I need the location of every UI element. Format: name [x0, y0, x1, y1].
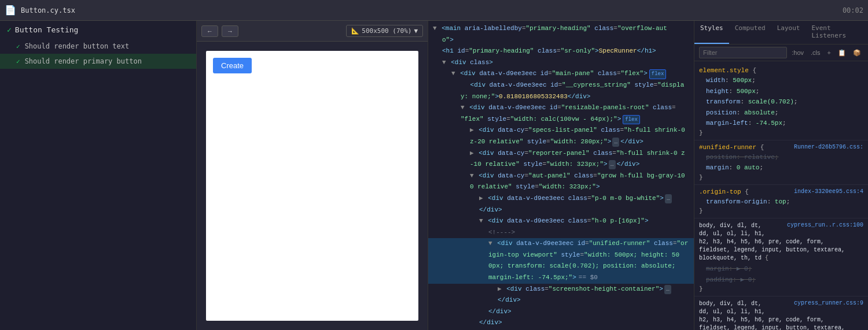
dom-line: <div data-v-d9ee3eec id="__cypress_strin… — [428, 80, 694, 91]
left-panel: ✓ Button Testing ✓ Should render button … — [0, 21, 197, 330]
dom-line: "flex" style="width: calc(100vw - 64px);… — [428, 114, 694, 125]
style-selector: element.style { — [699, 65, 863, 75]
tab-styles[interactable]: Styles — [694, 21, 729, 44]
dom-line: 0 relative" style="width: 323px;"> — [428, 181, 694, 193]
dom-line: </div> — [428, 317, 694, 329]
style-link[interactable]: cypress_run..r.css:100 — [787, 222, 863, 228]
style-link[interactable]: cypress_runner.css:9 — [794, 300, 863, 306]
test-item-2[interactable]: ✓ Should render primary button — [0, 54, 196, 69]
selector-text: element.style { — [699, 67, 756, 74]
dom-line: <div data-v-d9ee3eec class="h-0 p-[16px]… — [428, 216, 694, 227]
style-prop: position: relative; — [699, 152, 863, 163]
style-prop: transform: scale(0.702); — [699, 97, 863, 107]
dom-line: o"> — [428, 35, 694, 46]
filter-hov-button[interactable]: :hov — [789, 48, 806, 57]
size-label: 500x500 (70%) — [362, 27, 411, 35]
style-prop: height: 500px; — [699, 86, 863, 97]
dom-line-highlighted: margin-left: -74.5px;">== $0 — [428, 272, 694, 284]
main-layout: ✓ Button Testing ✓ Should render button … — [0, 21, 868, 330]
dom-line-highlighted: 0px; transform: scale(0.702); position: … — [428, 261, 694, 272]
test-label-1: Should render button text — [25, 42, 130, 50]
dom-line: <div data-cy="specs-list-panel" class="h… — [428, 125, 694, 136]
style-block-unified-runner: Runner-d26b5796.css: #unified-runner { p… — [694, 140, 868, 185]
filter-cls-button[interactable]: .cls — [808, 48, 823, 57]
selector-text: body, div, dl, dt,dd, ul, ol, li, h1,h2,… — [699, 223, 845, 261]
dom-line: </div> — [428, 295, 694, 306]
suite-label: Button Testing — [15, 25, 79, 34]
dom-line: <div data-cy="reporter-panel" class="h-f… — [428, 148, 694, 160]
dom-line: <div data-v-d9ee3eec id="main-pane" clas… — [428, 68, 694, 80]
style-block-body-reset-2: cypress_runner.css:9 body, div, dl, dt,d… — [694, 296, 868, 330]
style-prop: transform-origin: top; — [699, 196, 863, 207]
style-selector: index-3320ee95.css:4 .origin-top { — [699, 186, 863, 196]
filter-copy-button[interactable]: 📋 — [836, 48, 848, 58]
test-check-icon-2: ✓ — [16, 58, 20, 65]
dom-line: <div class> — [428, 57, 694, 69]
style-prop: margin: ▶ 0; — [699, 264, 863, 275]
selector-text: .origin-top { — [699, 188, 749, 195]
style-prop: padding: ▶ 0; — [699, 275, 863, 285]
styles-filter-bar: :hov .cls + 📋 📦 — [694, 45, 868, 61]
style-block-element: element.style { width: 500px; height: 50… — [694, 64, 868, 140]
tab-layout[interactable]: Layout — [771, 21, 806, 44]
suite-header: ✓ Button Testing — [0, 21, 196, 39]
test-label-2: Should render primary button — [25, 57, 142, 65]
style-block-origin-top: index-3320ee95.css:4 .origin-top { trans… — [694, 185, 868, 219]
style-prop: margin-left: -74.5px; — [699, 118, 863, 129]
dom-line: </div> — [428, 306, 694, 318]
file-icon: 📄 — [5, 5, 16, 16]
tab-event-listeners[interactable]: Event Listeners — [806, 21, 868, 44]
preview-toolbar: ← → 📐 500x500 (70%) ▼ — [197, 21, 428, 42]
top-bar: 📄 Button.cy.tsx 00:02 — [0, 0, 868, 21]
style-prop: position: absolute; — [699, 107, 863, 118]
suite-check-icon: ✓ — [7, 25, 12, 34]
file-time: 00:02 — [843, 6, 863, 14]
filter-add-button[interactable]: + — [825, 48, 833, 57]
style-selector: cypress_runner.css:9 body, div, dl, dt,d… — [699, 298, 863, 330]
size-selector[interactable]: 📐 500x500 (70%) ▼ — [346, 25, 423, 37]
dom-content: <main aria-labelledby="primary-heading" … — [428, 21, 694, 330]
ruler-icon: 📐 — [351, 27, 359, 35]
styles-filter-input[interactable] — [699, 47, 787, 58]
style-link[interactable]: Runner-d26b5796.css: — [794, 144, 863, 150]
dom-line: <main aria-labelledby="primary-heading" … — [428, 23, 694, 35]
style-selector: Runner-d26b5796.css: #unified-runner { — [699, 142, 863, 152]
dom-line-highlighted: <div data-v-d9ee3eec id="unified-runner"… — [428, 238, 694, 250]
selector-text: #unified-runner { — [699, 144, 764, 151]
tab-computed[interactable]: Computed — [729, 21, 771, 44]
preview-area: Create — [206, 51, 418, 321]
dom-line: -10 relative" style="width: 323px;">…</d… — [428, 159, 694, 170]
style-prop: width: 500px; — [699, 75, 863, 86]
styles-tabs: Styles Computed Layout Event Listeners — [694, 21, 868, 45]
styles-content: element.style { width: 500px; height: 50… — [694, 61, 868, 330]
style-block-body-reset-1: cypress_run..r.css:100 body, div, dl, dt… — [694, 218, 868, 296]
dom-line-highlighted: igin-top viewport" style="width: 500px; … — [428, 250, 694, 261]
right-panel: Styles Computed Layout Event Listeners :… — [694, 21, 868, 330]
dom-line: <div data-cy="aut-panel" class="grow h-f… — [428, 170, 694, 182]
dom-line: <div data-v-d9ee3eec id="resizable-panel… — [428, 102, 694, 114]
chevron-down-icon: ▼ — [414, 27, 418, 35]
dom-line: <div data-v-d9ee3eec class="p-0 m-0 bg-w… — [428, 193, 694, 205]
dom-line: <div class="screenshot-height-container"… — [428, 284, 694, 295]
dom-line: <h1 id="primary-heading" class="sr-only"… — [428, 46, 694, 57]
middle-panel: ← → 📐 500x500 (70%) ▼ Create — [197, 21, 428, 330]
dom-line: </div> — [428, 205, 694, 216]
dom-line: z-20 relative" style="width: 280px;">…</… — [428, 136, 694, 148]
filter-box-button[interactable]: 📦 — [851, 48, 863, 58]
file-name: Button.cy.tsx — [21, 6, 75, 14]
dom-line: <!----> — [428, 227, 694, 239]
preview-create-button[interactable]: Create — [213, 58, 252, 73]
back-button[interactable]: ← — [201, 25, 218, 37]
style-prop: margin: 0 auto; — [699, 162, 863, 173]
dom-panel: <main aria-labelledby="primary-heading" … — [428, 21, 694, 330]
test-item-1[interactable]: ✓ Should render button text — [0, 39, 196, 54]
test-check-icon-1: ✓ — [16, 43, 20, 50]
forward-button[interactable]: → — [222, 25, 238, 37]
dom-line: y: none;">0.8180186805332483</div> — [428, 91, 694, 103]
style-selector: cypress_run..r.css:100 body, div, dl, dt… — [699, 220, 863, 264]
style-link[interactable]: index-3320ee95.css:4 — [794, 188, 863, 195]
